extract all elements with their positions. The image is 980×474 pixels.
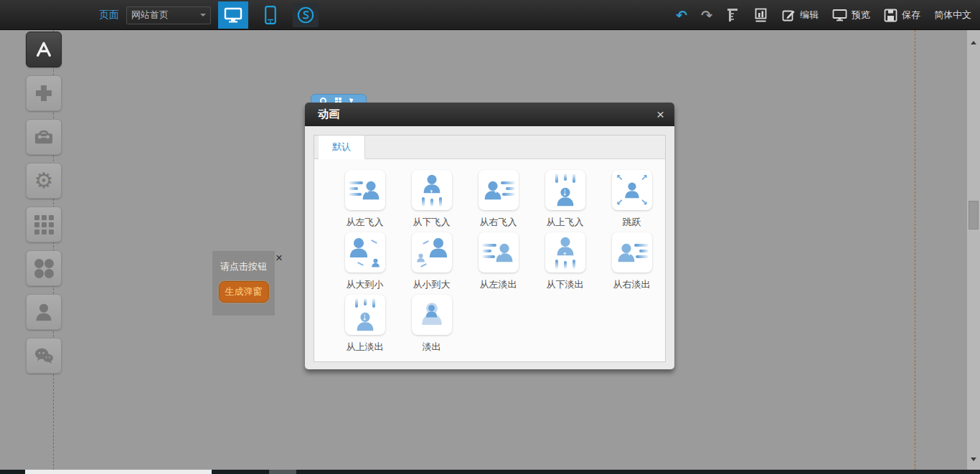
horizontal-scrollbar[interactable] <box>0 470 980 474</box>
sidebar-item-grid[interactable] <box>26 207 62 242</box>
animation-option[interactable]: ↖↗↙↘跳跃 <box>598 170 665 232</box>
edit-button[interactable]: 编辑 <box>782 9 819 22</box>
edit-label: 编辑 <box>800 9 819 22</box>
fly-in-top-icon[interactable]: ↓ <box>545 170 585 210</box>
animation-option[interactable]: 从小到大 <box>398 232 465 295</box>
big-to-small-icon[interactable] <box>345 232 385 272</box>
stats-chart-icon[interactable] <box>754 7 768 23</box>
mobile-view-button[interactable] <box>255 1 286 29</box>
tab-default[interactable]: 默认 <box>319 136 365 159</box>
animation-option-label: 从右飞入 <box>465 216 532 229</box>
animation-option[interactable]: ←从右淡出 <box>598 232 665 295</box>
left-sidebar: ⚙ <box>26 32 62 381</box>
animation-option-label: 从上淡出 <box>331 341 398 354</box>
sidebar-item-add[interactable] <box>26 75 62 111</box>
animation-modal: 动画 × 默认 →从左飞入↑从下飞入←从右飞入↓从上飞入↖↗↙↘跳跃从大到小从小… <box>305 103 674 369</box>
page-select-dropdown[interactable]: 网站首页 <box>126 6 211 24</box>
fly-in-bottom-icon[interactable]: ↑ <box>412 170 452 210</box>
animation-option-label: 从左飞入 <box>331 216 398 229</box>
redo-icon[interactable]: ↷ <box>701 9 712 22</box>
animation-option[interactable]: ↓从上飞入 <box>532 170 598 232</box>
animation-option-label: 淡出 <box>398 341 465 354</box>
widgets-icon <box>34 259 54 278</box>
modal-title: 动画 <box>318 108 339 121</box>
animation-option[interactable]: 从大到小 <box>331 232 398 295</box>
animation-options-grid: →从左飞入↑从下飞入←从右飞入↓从上飞入↖↗↙↘跳跃从大到小从小到大→从左淡出↑… <box>314 159 665 357</box>
modal-close-icon[interactable]: × <box>656 108 664 121</box>
animation-option-label: 从下飞入 <box>398 216 465 229</box>
add-icon <box>34 83 54 103</box>
generate-popup-button[interactable]: 生成弹窗 <box>219 281 269 303</box>
scroll-down-icon[interactable] <box>971 458 976 464</box>
top-toolbar: 页面 网站首页 ↶ ↷ <box>0 0 980 30</box>
grid-icon <box>34 215 54 234</box>
animation-option-label: 从小到大 <box>398 278 465 291</box>
canvas-popup-element[interactable]: 请点击按钮 生成弹窗 <box>212 251 275 316</box>
vertical-scrollbar[interactable] <box>967 30 980 470</box>
animation-link-button[interactable] <box>293 3 319 27</box>
gear-icon: ⚙ <box>34 170 54 191</box>
user-icon <box>34 302 54 322</box>
fly-in-right-icon[interactable]: ← <box>479 170 519 210</box>
animation-option[interactable]: ↑从下淡出 <box>532 232 598 295</box>
animation-option-label: 从右淡出 <box>598 278 665 291</box>
animation-option-label: 从上飞入 <box>532 216 598 229</box>
animation-option[interactable]: ←从右飞入 <box>465 170 532 232</box>
horizontal-scrollbar-segment[interactable] <box>269 470 296 474</box>
animation-option-label: 从左淡出 <box>465 278 532 291</box>
link-circle-icon <box>296 6 315 24</box>
desktop-icon <box>224 6 242 24</box>
popup-prompt-text: 请点击按钮 <box>212 251 275 273</box>
fade-out-top-icon[interactable]: ↓ <box>345 295 385 335</box>
sidebar-item-design-tools[interactable] <box>26 32 62 67</box>
sidebar-item-widgets[interactable] <box>26 250 62 286</box>
preview-label: 预览 <box>852 9 870 22</box>
ruler-icon[interactable] <box>726 7 740 23</box>
sidebar-item-toolbox[interactable] <box>26 119 62 155</box>
right-guide-line <box>915 30 915 470</box>
animation-option[interactable]: →从左飞入 <box>331 170 398 232</box>
jump-icon[interactable]: ↖↗↙↘ <box>612 170 652 210</box>
fly-in-left-icon[interactable]: → <box>345 170 385 210</box>
language-selector[interactable]: 简体中文 <box>934 9 971 22</box>
modal-panel: 默认 →从左飞入↑从下飞入←从右飞入↓从上飞入↖↗↙↘跳跃从大到小从小到大→从左… <box>314 135 666 362</box>
save-button[interactable]: 保存 <box>884 9 920 22</box>
animation-option-label: 跳跃 <box>598 216 665 229</box>
save-icon <box>884 9 897 22</box>
chevron-down-icon <box>200 14 206 19</box>
horizontal-scrollbar-thumb[interactable] <box>25 470 212 474</box>
save-label: 保存 <box>902 9 920 22</box>
sidebar-item-wechat[interactable] <box>26 338 62 374</box>
fade-out-bottom-icon[interactable]: ↑ <box>545 232 585 272</box>
undo-icon[interactable]: ↶ <box>676 9 687 22</box>
scroll-up-icon[interactable] <box>971 38 976 44</box>
wechat-icon <box>33 346 55 365</box>
toolbox-icon <box>33 128 55 146</box>
popup-close-icon[interactable]: × <box>275 252 283 264</box>
desktop-view-button[interactable] <box>218 1 248 29</box>
animation-option[interactable]: ↓从上淡出 <box>331 295 398 357</box>
preview-monitor-icon <box>832 9 847 22</box>
page-label: 页面 <box>99 9 119 22</box>
preview-button[interactable]: 预览 <box>832 9 870 22</box>
mobile-icon <box>265 6 276 24</box>
fade-out-left-icon[interactable]: → <box>479 232 519 272</box>
page-select-value: 网站首页 <box>131 9 169 22</box>
fade-out-right-icon[interactable]: ← <box>612 232 652 272</box>
animation-option[interactable]: 淡出 <box>398 295 465 357</box>
animation-option[interactable]: →从左淡出 <box>465 232 532 295</box>
sidebar-item-settings[interactable]: ⚙ <box>26 163 62 199</box>
animation-option-label: 从下淡出 <box>532 278 598 291</box>
fade-out-icon[interactable] <box>412 295 452 335</box>
vertical-scrollbar-thumb[interactable] <box>969 201 979 229</box>
animation-option[interactable]: ↑从下飞入 <box>398 170 465 232</box>
animation-option-label: 从大到小 <box>331 278 398 291</box>
sidebar-item-user[interactable] <box>26 294 62 330</box>
small-to-big-icon[interactable] <box>412 232 452 272</box>
modal-titlebar[interactable]: 动画 × <box>305 103 674 126</box>
edit-icon <box>782 9 796 22</box>
design-tools-icon <box>33 39 55 60</box>
modal-tabbar: 默认 <box>314 136 665 159</box>
